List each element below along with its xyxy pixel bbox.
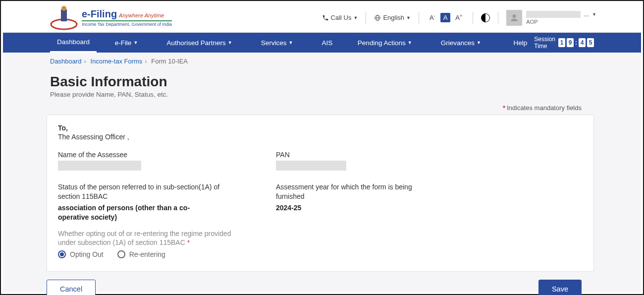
nav-pending-actions[interactable]: Pending Actions▼ bbox=[351, 33, 419, 53]
user-ellipsis: ... bbox=[584, 10, 589, 18]
form-card: To, The Assessing Officer , Name of the … bbox=[47, 115, 594, 272]
svg-point-2 bbox=[61, 6, 66, 11]
nav-efile[interactable]: e-File▼ bbox=[108, 33, 145, 53]
radio-icon bbox=[117, 250, 125, 258]
phone-icon bbox=[322, 14, 329, 21]
user-icon bbox=[509, 13, 519, 23]
chevron-down-icon: ▼ bbox=[133, 40, 138, 45]
pan-value-masked bbox=[276, 161, 346, 171]
user-role: AOP bbox=[526, 19, 596, 25]
logo-tagline: Anywhere Anytime bbox=[119, 12, 164, 18]
page-title: Basic Information bbox=[50, 74, 594, 90]
navbar: Dashboard e-File▼ Authorised Partners▼ S… bbox=[3, 33, 641, 53]
topbar: e-Filing Anywhere Anytime Income Tax Dep… bbox=[3, 3, 641, 33]
logo-text: e-Filing Anywhere Anytime Income Tax Dep… bbox=[82, 8, 172, 27]
session-time: Session Time 1 9 : 4 5 bbox=[534, 36, 594, 50]
font-increase-button[interactable]: A+ bbox=[453, 12, 465, 22]
font-normal-button[interactable]: A bbox=[440, 13, 451, 22]
globe-icon bbox=[374, 14, 381, 21]
logo-subtitle: Income Tax Department, Government of Ind… bbox=[82, 20, 172, 27]
font-decrease-button[interactable]: A- bbox=[427, 12, 438, 22]
divider bbox=[498, 12, 498, 24]
ay-value: 2024-25 bbox=[276, 203, 434, 213]
ay-label: Assessment year for which the form is be… bbox=[276, 182, 420, 201]
chevron-down-icon: ▼ bbox=[408, 40, 412, 45]
breadcrumb-dashboard[interactable]: Dashboard bbox=[50, 58, 82, 65]
status-label: Status of the person referred to in sub-… bbox=[58, 182, 221, 201]
mandatory-note: *Indicates mandatory fields bbox=[3, 104, 641, 115]
session-colon: : bbox=[575, 39, 577, 46]
nav-ais[interactable]: AIS bbox=[315, 33, 340, 53]
cancel-button[interactable]: Cancel bbox=[47, 280, 96, 295]
breadcrumb-forms[interactable]: Income-tax Forms bbox=[91, 58, 143, 65]
breadcrumb-current: Form 10-IEA bbox=[151, 58, 188, 65]
nav-authorised-partners[interactable]: Authorised Partners▼ bbox=[160, 33, 239, 53]
save-button[interactable]: Save bbox=[538, 280, 582, 295]
to-officer: The Assessing Officer , bbox=[58, 133, 583, 141]
contrast-toggle[interactable] bbox=[481, 13, 490, 22]
divider bbox=[473, 12, 473, 24]
radio-re-entering[interactable]: Re-entering bbox=[117, 250, 165, 258]
user-menu[interactable]: ... ▼ AOP bbox=[506, 10, 596, 26]
call-us-button[interactable]: Call Us ▼ bbox=[322, 14, 358, 21]
session-digit: 9 bbox=[567, 38, 574, 47]
radio-opting-out[interactable]: Opting Out bbox=[58, 250, 104, 258]
radio-opting-out-label: Opting Out bbox=[70, 250, 104, 258]
session-digit: 1 bbox=[558, 38, 565, 47]
nav-services[interactable]: Services▼ bbox=[254, 33, 300, 53]
divider bbox=[419, 12, 419, 24]
name-label: Name of the Assessee bbox=[58, 151, 276, 159]
chevron-down-icon: ▼ bbox=[477, 40, 481, 45]
language-button[interactable]: English ▼ bbox=[374, 14, 411, 21]
svg-rect-1 bbox=[61, 9, 67, 21]
name-value-masked bbox=[58, 161, 141, 171]
logo-block: e-Filing Anywhere Anytime Income Tax Dep… bbox=[50, 5, 172, 30]
session-digit: 4 bbox=[579, 38, 586, 47]
page-subtitle: Please provide Name, PAN, Status, etc. bbox=[50, 91, 594, 98]
session-digit: 5 bbox=[587, 38, 594, 47]
user-name-masked bbox=[526, 11, 581, 18]
logo-main: e-Filing bbox=[82, 8, 117, 20]
status-value: association of persons (other than a co-… bbox=[58, 203, 216, 222]
call-us-label: Call Us bbox=[331, 14, 352, 21]
avatar bbox=[506, 10, 522, 26]
session-label: Session Time bbox=[534, 36, 555, 50]
opt-question: Whether opting out of or re-entering the… bbox=[58, 229, 236, 248]
pan-label: PAN bbox=[276, 151, 583, 159]
chevron-down-icon: ▼ bbox=[592, 12, 596, 17]
emblem-icon bbox=[50, 5, 78, 30]
font-size-controls: A- A A+ bbox=[427, 12, 465, 22]
radio-re-entering-label: Re-entering bbox=[129, 250, 165, 258]
to-label: To, bbox=[58, 124, 583, 132]
chevron-down-icon: ▼ bbox=[353, 15, 358, 20]
svg-point-6 bbox=[513, 14, 516, 18]
nav-grievances[interactable]: Grievances▼ bbox=[434, 33, 488, 53]
chevron-down-icon: ▼ bbox=[289, 40, 293, 45]
chevron-down-icon: ▼ bbox=[228, 40, 232, 45]
chevron-down-icon: ▼ bbox=[406, 15, 411, 20]
divider bbox=[366, 12, 366, 24]
radio-icon bbox=[58, 250, 66, 258]
breadcrumb: Dashboard› Income-tax Forms› Form 10-IEA bbox=[3, 53, 641, 70]
nav-help[interactable]: Help bbox=[507, 33, 535, 53]
language-label: English bbox=[383, 14, 404, 21]
nav-dashboard[interactable]: Dashboard bbox=[50, 33, 97, 53]
